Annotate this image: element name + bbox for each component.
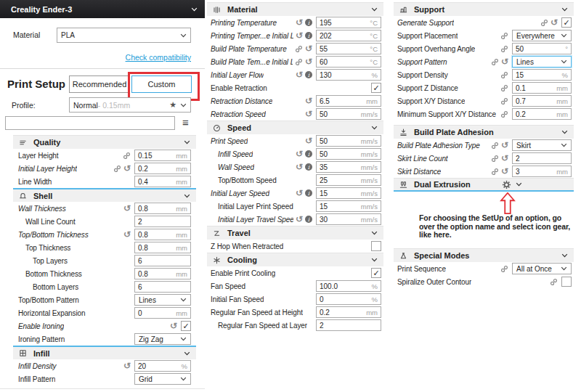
bottom-layers-input[interactable]: 6 (134, 281, 191, 293)
recommended-button[interactable]: Recommended (69, 75, 130, 93)
infill-speed-input[interactable]: 50mm/s (316, 148, 381, 160)
top-bottom-thickness-input[interactable]: 0.8mm (134, 229, 191, 240)
revert-icon[interactable]: ↺ (550, 19, 558, 27)
chevron-down-icon[interactable] (561, 7, 568, 12)
generate-support-checkbox[interactable]: ✓ (561, 17, 572, 28)
regular-fan-speed-at-height-input[interactable]: 0.2mm (316, 306, 381, 318)
chevron-down-icon[interactable] (371, 231, 378, 235)
enable-retraction-checkbox[interactable]: ✓ (371, 83, 381, 93)
fan-speed-input[interactable]: 100.0% (316, 280, 381, 292)
initial-layer-speed-input[interactable]: 15mm/s (316, 187, 381, 199)
chevron-down-icon[interactable] (561, 130, 568, 134)
gear-icon[interactable] (502, 180, 511, 189)
custom-button[interactable]: Custom (131, 75, 192, 93)
profile-dropdown[interactable]: Normal - 0.15mm ★ (69, 97, 191, 113)
chevron-down-icon[interactable] (371, 258, 378, 262)
printer-selector[interactable]: Creality Ender-3 (0, 0, 205, 18)
retraction-distance-input[interactable]: 6.5mm (316, 95, 381, 107)
revert-icon[interactable]: ↺ (305, 58, 312, 66)
chevron-down-icon[interactable] (371, 126, 378, 130)
check-compatibility-link[interactable]: Check compatibility (126, 53, 191, 62)
printing-temper-e-initial-layer-input[interactable]: 202°C (316, 30, 381, 41)
section-header-support[interactable]: Support (394, 2, 574, 16)
print-sequence-dropdown[interactable]: All at Once (512, 263, 572, 274)
initial-layer-flow-input[interactable]: 130% (316, 69, 381, 81)
revert-icon[interactable]: ↺ (501, 58, 508, 66)
revert-icon[interactable]: ↺ (296, 71, 303, 79)
wall-speed-input[interactable]: 35mm/s (316, 161, 381, 173)
build-plate-tem-e-initial-layer-input[interactable]: 60°C (316, 56, 381, 68)
info-icon[interactable]: i (305, 71, 312, 78)
revert-icon[interactable]: ↺ (501, 142, 508, 150)
section-header-quality[interactable]: Quality (13, 135, 196, 149)
chevron-down-icon[interactable] (184, 351, 190, 356)
section-header-travel[interactable]: Travel (207, 226, 383, 240)
top-thickness-input[interactable]: 0.8mm (134, 242, 191, 253)
revert-icon[interactable]: ↺ (296, 19, 303, 27)
printing-temperature-input[interactable]: 195°C (316, 17, 381, 28)
revert-icon[interactable]: ↺ (296, 150, 303, 158)
wall-line-count-input[interactable]: 2 (134, 216, 191, 227)
revert-icon[interactable]: ↺ (296, 216, 303, 224)
revert-icon[interactable]: ↺ (123, 231, 131, 239)
info-icon[interactable]: i (305, 216, 312, 223)
top-bottom-speed-input[interactable]: 25mm/s (316, 174, 381, 186)
ironing-pattern-dropdown[interactable]: Zig Zag (134, 333, 191, 345)
support-placement-dropdown[interactable]: Everywhere (512, 30, 572, 41)
support-overhang-angle-input[interactable]: 50° (512, 43, 572, 54)
section-header-speed[interactable]: Speed (207, 121, 383, 134)
minimum-support-x-y-distance-input[interactable]: 0.2mm (512, 108, 572, 120)
initial-fan-speed-input[interactable]: 0% (316, 293, 381, 305)
revert-icon[interactable]: ↺ (305, 45, 312, 53)
initial-layer-travel-speed-input[interactable]: 30mm/s (316, 213, 381, 225)
section-header-material[interactable]: Material (207, 2, 383, 16)
info-icon[interactable]: i (305, 150, 312, 158)
info-icon[interactable]: i (305, 189, 312, 197)
support-pattern-dropdown[interactable]: Lines (512, 56, 572, 68)
search-input[interactable] (5, 116, 175, 130)
revert-icon[interactable]: ↺ (296, 189, 303, 197)
enable-print-cooling-checkbox[interactable]: ✓ (371, 268, 381, 278)
material-dropdown[interactable]: PLA (57, 28, 191, 43)
wall-thickness-input[interactable]: 0.8mm (134, 203, 191, 214)
revert-icon[interactable]: ↺ (305, 110, 312, 118)
chevron-down-icon[interactable] (371, 7, 378, 12)
section-header-dual-extrusion[interactable]: Dual Extrusion (394, 178, 574, 192)
chevron-down-icon[interactable] (516, 182, 522, 187)
revert-icon[interactable]: ↺ (170, 322, 177, 330)
bottom-thickness-input[interactable]: 0.8mm (134, 268, 191, 279)
support-z-distance-input[interactable]: 0.1mm (512, 82, 572, 94)
info-icon[interactable]: i (305, 32, 312, 39)
build-plate-adhesion-type-dropdown[interactable]: Skirt (512, 139, 572, 151)
z-hop-when-retracted-checkbox[interactable] (371, 241, 381, 251)
enable-ironing-checkbox[interactable]: ✓ (181, 321, 191, 331)
infill-pattern-dropdown[interactable]: Grid (134, 373, 191, 385)
line-width-input[interactable]: 0.4mm (134, 176, 191, 187)
revert-icon[interactable]: ↺ (305, 137, 312, 145)
regular-fan-speed-at-layer-input[interactable]: 2 (316, 319, 381, 331)
support-density-input[interactable]: 15% (512, 69, 572, 81)
revert-icon[interactable]: ↺ (305, 97, 312, 105)
layer-height-input[interactable]: 0.15mm (134, 150, 191, 161)
spiralize-outer-contour-checkbox[interactable] (561, 277, 572, 287)
menu-icon[interactable]: ≡ (182, 115, 189, 129)
skirt-distance-input[interactable]: 3mm (512, 166, 572, 177)
revert-icon[interactable]: ↺ (501, 155, 508, 163)
chevron-down-icon[interactable] (191, 7, 198, 12)
star-icon[interactable]: ★ (169, 101, 176, 109)
section-header-special-modes[interactable]: Special Modes (394, 248, 574, 262)
section-header-build-plate-adhesion[interactable]: Build Plate Adhesion (394, 125, 574, 139)
chevron-down-icon[interactable] (184, 140, 190, 144)
skirt-line-count-input[interactable]: 2 (512, 152, 572, 164)
initial-layer-print-speed-input[interactable]: 15mm/s (316, 200, 381, 212)
revert-icon[interactable]: ↺ (123, 205, 131, 213)
section-header-infill[interactable]: Infill (13, 346, 196, 359)
revert-icon[interactable]: ↺ (123, 362, 131, 370)
info-icon[interactable]: i (305, 163, 312, 171)
revert-icon[interactable]: ↺ (501, 168, 508, 176)
info-icon[interactable]: i (305, 19, 312, 26)
chevron-down-icon[interactable] (184, 194, 190, 198)
initial-layer-height-input[interactable]: 0.2mm (134, 163, 191, 174)
horizontal-expansion-input[interactable]: 0mm (134, 307, 191, 319)
revert-icon[interactable]: ↺ (296, 163, 303, 171)
